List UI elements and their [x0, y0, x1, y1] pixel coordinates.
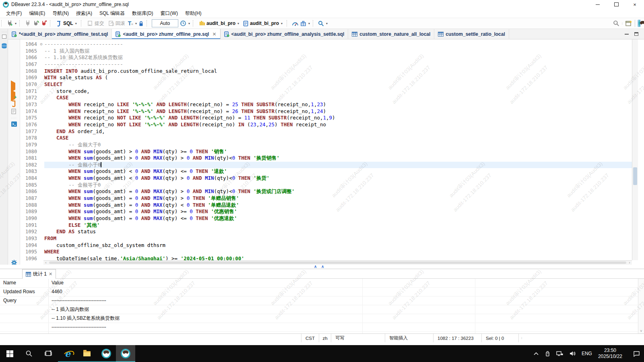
collapse-up-icon[interactable]: ∧: [321, 265, 324, 269]
task-view-icon[interactable]: [39, 345, 58, 362]
execute-script-icon[interactable]: [11, 100, 17, 107]
transaction-log-dropdown[interactable]: ▾: [188, 22, 190, 25]
editor-line[interactable]: 1072 CASE: [20, 95, 632, 101]
menu-item-h[interactable]: 帮助(H): [182, 10, 205, 17]
internet-explorer-icon[interactable]: e: [58, 345, 77, 362]
database-navigator-icon[interactable]: [1, 43, 8, 49]
sql-editor-button[interactable]: SQL ▾: [55, 20, 78, 27]
sql-terminal-icon[interactable]: [11, 121, 17, 127]
sql-editor[interactable]: 1064⊖--------------------------1065-- 1 …: [20, 39, 638, 265]
editor-line[interactable]: 1075 WHEN receipt_no NOT LIKE '%-%-%' AN…: [20, 115, 632, 121]
menu-item-e[interactable]: 编辑(E): [25, 10, 49, 17]
close-tab-icon[interactable]: ✕: [212, 31, 216, 37]
editor-line[interactable]: 1086 WHEN sum(goods_amt) = 0 AND MAX(qty…: [20, 188, 632, 195]
reconnect-icon[interactable]: [33, 20, 39, 27]
editor-line[interactable]: 1068INSERT INTO audit_bi_pro.custom_offl…: [20, 68, 632, 75]
commit-mode-select[interactable]: Auto: [152, 19, 178, 27]
menu-item-sql[interactable]: SQL 编辑器: [96, 10, 128, 17]
editor-line[interactable]: 1073 WHEN receipt_no LIKE '%-%-%' AND LE…: [20, 101, 632, 108]
execute-new-tab-icon[interactable]: +: [11, 92, 15, 99]
editor-line[interactable]: 1071 store_code,: [20, 88, 632, 95]
editor-line[interactable]: 1079 -- 金额大于0: [20, 142, 632, 148]
editor-tab[interactable]: custom_store_nature_all_local: [348, 29, 434, 39]
editor-line[interactable]: 1070SELECT: [20, 81, 632, 88]
fold-marker-icon[interactable]: ⊖: [38, 41, 44, 48]
file-explorer-icon[interactable]: [77, 345, 97, 362]
editor-tab[interactable]: custom_settle_ratio_local: [434, 29, 509, 39]
deploy-dropdown[interactable]: ▾: [308, 22, 310, 25]
editor-line[interactable]: 1074 WHEN receipt_no LIKE '%-%-%' AND LE…: [20, 108, 632, 115]
vertical-scrollbar[interactable]: [632, 39, 638, 260]
strip-handle-icon[interactable]: ····: [2, 30, 8, 34]
rollback-button[interactable]: 回滚: [107, 20, 126, 27]
editor-line[interactable]: 1082 -- 金额小于0: [20, 162, 632, 169]
quick-search-icon[interactable]: [613, 20, 619, 27]
editor-line[interactable]: 1076 WHEN receipt_no NOT LIKE '%-%-%' AN…: [20, 121, 632, 128]
editor-tab[interactable]: <audit_bi_pro> zhumr_offline_pre.sql✕: [112, 29, 220, 39]
editor-line[interactable]: 1088 WHEN sum(goods_amt) = 0 AND MAX(qty…: [20, 202, 632, 209]
transaction-mode-icon[interactable]: T≡: [128, 20, 133, 27]
code-area[interactable]: 1064⊖--------------------------1065-- 1 …: [20, 41, 632, 262]
grid-row[interactable]: Updated Rows4460: [0, 288, 638, 296]
editor-tab[interactable]: *<audit_bi_pro> zhumr_offline_test.sql: [8, 29, 112, 39]
new-connection-dropdown[interactable]: ▾: [15, 22, 17, 25]
editor-line[interactable]: 1091 ELSE '其他': [20, 222, 632, 229]
open-perspective-icon[interactable]: [625, 20, 632, 27]
volume-tray-icon[interactable]: [569, 351, 576, 356]
maximize-editor-icon[interactable]: [634, 32, 638, 36]
editor-line[interactable]: 1069WITH sale_status AS (: [20, 74, 632, 81]
close-button[interactable]: ×: [625, 0, 644, 9]
dashboard-icon[interactable]: [292, 21, 299, 27]
network-tray-icon[interactable]: [556, 351, 563, 356]
editor-line[interactable]: 1087 WHEN sum(goods_amt) = 0 AND MIN(qty…: [20, 195, 632, 202]
transaction-log-icon[interactable]: [180, 20, 186, 27]
taskbar-search-icon[interactable]: [19, 345, 39, 362]
minimize-button[interactable]: [588, 0, 607, 9]
dbeaver-perspective-button[interactable]: [638, 20, 641, 27]
scroll-left-icon[interactable]: ‹: [43, 261, 48, 265]
connection-selector[interactable]: audit_bi_pro ▾: [198, 20, 240, 27]
menu-item-w[interactable]: 窗口(W): [157, 10, 182, 17]
editor-line[interactable]: 1078 CASE: [20, 135, 632, 142]
panel-scrollbar[interactable]: ˅: [638, 279, 644, 333]
editor-line[interactable]: 1084 WHEN sum(goods_amt) < 0 AND MAX(qty…: [20, 175, 632, 182]
editor-line[interactable]: 1089 WHEN sum(goods_amt) = 0 AND MIN(qty…: [20, 208, 632, 215]
language-indicator[interactable]: ENG: [582, 351, 592, 356]
action-center-icon[interactable]: [633, 351, 640, 357]
database-selector[interactable]: audit_bi_pro ▾: [242, 20, 284, 27]
grid-row[interactable]: Query----------------------------------: [0, 296, 638, 305]
menu-item-d[interactable]: 数据库(D): [128, 10, 157, 17]
clock[interactable]: 23:50 2025/10/22: [598, 348, 622, 360]
editor-tab[interactable]: <audit_bi_pro> zhumr_offline_analysis_se…: [221, 29, 349, 39]
search-icon[interactable]: [318, 21, 324, 27]
editor-line[interactable]: 1067--------------------------: [20, 61, 632, 68]
scroll-right-icon[interactable]: ›: [627, 261, 632, 265]
dbeaver-taskbar-icon[interactable]: [97, 345, 116, 362]
connect-icon[interactable]: [25, 20, 31, 27]
tray-expand-icon[interactable]: [533, 352, 539, 356]
editor-line[interactable]: 1090 WHEN sum(goods_amt) = 0 AND MAX(qty…: [20, 215, 632, 222]
search-dropdown[interactable]: ▾: [326, 22, 328, 25]
dbeaver-taskbar-icon-active[interactable]: [116, 345, 135, 362]
usb-tray-icon[interactable]: [545, 351, 550, 357]
commit-button[interactable]: 提交: [86, 20, 105, 27]
grid-row[interactable]: ----------------------------------: [0, 323, 638, 332]
execute-statement-icon[interactable]: [11, 83, 15, 90]
editor-line[interactable]: 1083 WHEN sum(goods_amt) < 0 AND MAX(qty…: [20, 168, 632, 175]
editor-line[interactable]: 1095WHERE: [20, 249, 632, 255]
editor-line[interactable]: 1094 custom_offline_sbz_old_system dthsr…: [20, 242, 632, 249]
transaction-dropdown[interactable]: ▾: [135, 22, 137, 25]
statistics-tab[interactable]: 统计 1 ✕: [22, 269, 56, 279]
editor-line[interactable]: 1092 END AS status: [20, 228, 632, 235]
editor-line[interactable]: 1065-- 1 插入国内数据: [20, 48, 632, 55]
menu-item-n[interactable]: 导航(N): [49, 10, 72, 17]
maximize-button[interactable]: [607, 0, 625, 9]
deploy-icon[interactable]: [300, 21, 306, 27]
editor-line[interactable]: 1093FROM: [20, 235, 632, 242]
panel-splitter[interactable]: ∧ ∧: [0, 265, 644, 269]
editor-line[interactable]: 1080 WHEN sum(goods_amt) > 0 AND MIN(qty…: [20, 148, 632, 155]
grid-row[interactable]: -- 1 插入国内数据: [0, 305, 638, 314]
scroll-down-icon[interactable]: ˅: [638, 329, 644, 333]
new-connection-icon[interactable]: +: [6, 20, 13, 27]
grid-row[interactable]: -- 1.10 插入SBZ老系统换货数据: [0, 314, 638, 323]
